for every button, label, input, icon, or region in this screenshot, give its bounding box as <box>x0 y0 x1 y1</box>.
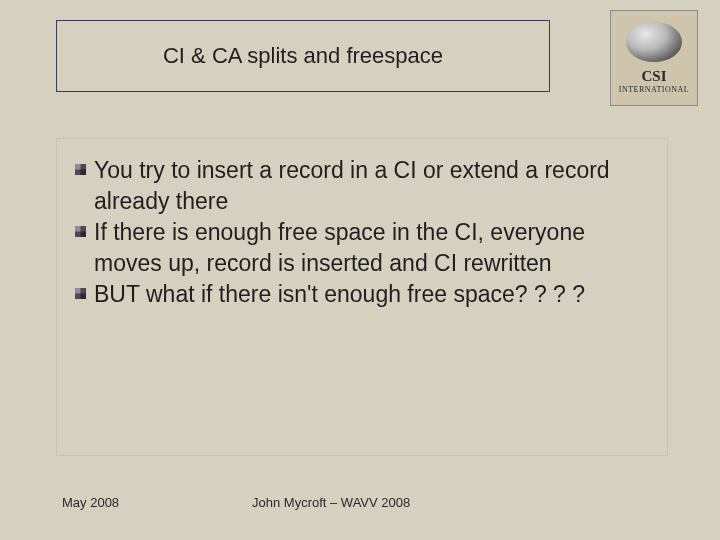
bullet-icon <box>75 226 86 237</box>
bullet-text: If there is enough free space in the CI,… <box>94 217 643 279</box>
footer-author: John Mycroft – WAVV 2008 <box>252 495 410 510</box>
logo: CSI INTERNATIONAL <box>610 10 698 106</box>
bullet-text: BUT what if there isn't enough free spac… <box>94 279 585 310</box>
list-item: You try to insert a record in a CI or ex… <box>75 155 643 217</box>
slide-title: CI & CA splits and freespace <box>163 43 443 69</box>
list-item: If there is enough free space in the CI,… <box>75 217 643 279</box>
logo-text-main: CSI <box>641 68 666 85</box>
logo-text-sub: INTERNATIONAL <box>619 85 690 94</box>
svg-rect-7 <box>75 288 81 294</box>
logo-graphic <box>626 22 682 62</box>
list-item: BUT what if there isn't enough free spac… <box>75 279 643 310</box>
svg-rect-5 <box>81 232 87 238</box>
svg-rect-4 <box>75 226 81 232</box>
content-box: You try to insert a record in a CI or ex… <box>56 138 668 456</box>
svg-rect-8 <box>81 294 87 300</box>
svg-rect-2 <box>81 170 87 176</box>
bullet-icon <box>75 164 86 175</box>
bullet-icon <box>75 288 86 299</box>
bullet-text: You try to insert a record in a CI or ex… <box>94 155 643 217</box>
svg-rect-1 <box>75 164 81 170</box>
title-box: CI & CA splits and freespace <box>56 20 550 92</box>
footer-date: May 2008 <box>62 495 119 510</box>
